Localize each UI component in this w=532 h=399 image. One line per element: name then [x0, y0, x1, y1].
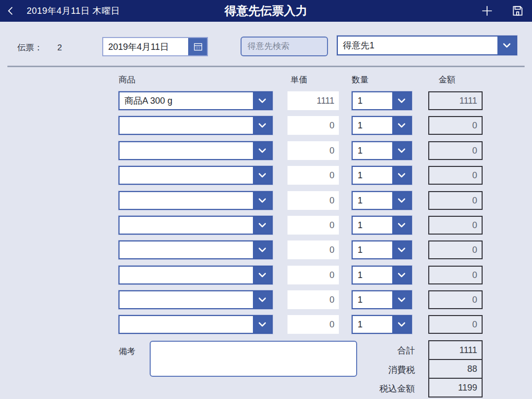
unit-price-input[interactable] [287, 315, 339, 334]
chevron-down-icon[interactable] [392, 142, 411, 159]
app-bar: 2019年4月11日 木曜日 得意先伝票入力 [0, 0, 532, 22]
product-dropdown[interactable] [119, 166, 273, 185]
product-dropdown[interactable] [119, 240, 273, 259]
quantity-dropdown[interactable]: 1 [352, 216, 412, 235]
chevron-down-icon[interactable] [253, 291, 272, 308]
product-dropdown-value [120, 167, 253, 184]
line-item-row: 1 0 [0, 290, 532, 309]
chevron-down-icon[interactable] [392, 316, 411, 333]
quantity-dropdown[interactable]: 1 [352, 141, 412, 160]
chevron-down-icon[interactable] [253, 241, 272, 258]
quantity-dropdown-value: 1 [353, 217, 392, 234]
line-item-row: 商品A 300 g 1 1111 [0, 91, 532, 110]
chevron-down-icon[interactable] [392, 291, 411, 308]
product-dropdown[interactable]: 商品A 300 g [119, 91, 273, 110]
quantity-dropdown[interactable]: 1 [352, 266, 412, 284]
column-header-product: 商品 [119, 74, 135, 85]
product-dropdown-value [120, 267, 253, 283]
product-dropdown-value: 商品A 300 g [120, 92, 253, 109]
header-date-label: 2019年4月11日 木曜日 [27, 5, 120, 17]
amount-field: 0 [428, 290, 483, 309]
product-dropdown-value [120, 142, 253, 159]
product-dropdown[interactable] [119, 141, 273, 160]
unit-price-input[interactable] [287, 91, 339, 110]
product-dropdown[interactable] [119, 315, 273, 334]
product-dropdown-value [120, 291, 253, 308]
chevron-down-icon[interactable] [253, 267, 272, 283]
chevron-down-icon[interactable] [497, 37, 516, 54]
slip-number-value: 2 [57, 43, 62, 52]
chevron-down-icon[interactable] [253, 117, 272, 134]
chevron-down-icon[interactable] [253, 316, 272, 333]
quantity-dropdown[interactable]: 1 [352, 116, 412, 135]
product-dropdown[interactable] [119, 116, 273, 135]
product-dropdown[interactable] [119, 290, 273, 309]
product-dropdown[interactable] [119, 216, 273, 235]
quantity-dropdown[interactable]: 1 [352, 166, 412, 185]
product-dropdown-value [120, 117, 253, 134]
chevron-down-icon[interactable] [392, 241, 411, 258]
quantity-dropdown-value: 1 [353, 267, 392, 283]
add-record-button[interactable] [479, 2, 495, 19]
line-item-row: 1 0 [0, 315, 532, 334]
save-button[interactable] [509, 2, 526, 19]
line-item-row: 1 0 [0, 240, 532, 259]
amount-field: 0 [428, 240, 483, 259]
line-item-row: 1 0 [0, 216, 532, 235]
chevron-left-icon [5, 5, 16, 16]
plus-icon [481, 4, 493, 17]
chevron-down-icon[interactable] [392, 192, 411, 209]
chevron-down-icon[interactable] [392, 167, 411, 184]
quantity-dropdown[interactable]: 1 [352, 240, 412, 259]
quantity-dropdown-value: 1 [353, 167, 392, 184]
chevron-down-icon[interactable] [253, 142, 272, 159]
unit-price-input[interactable] [287, 240, 339, 259]
remarks-label: 備考 [119, 346, 135, 357]
divider [7, 66, 525, 67]
floppy-disk-icon [511, 4, 524, 17]
quantity-dropdown-value: 1 [353, 316, 392, 333]
calendar-button[interactable] [188, 38, 207, 55]
quantity-dropdown[interactable]: 1 [352, 315, 412, 334]
unit-price-input[interactable] [287, 166, 339, 185]
back-button[interactable] [0, 0, 22, 22]
quantity-dropdown-value: 1 [353, 291, 392, 308]
chevron-down-icon[interactable] [253, 217, 272, 234]
date-picker [102, 37, 208, 56]
unit-price-input[interactable] [287, 141, 339, 160]
product-dropdown-value [120, 316, 253, 333]
unit-price-input[interactable] [287, 191, 339, 210]
line-item-row: 1 0 [0, 266, 532, 284]
slip-label: 伝票： [17, 43, 42, 52]
total-with-tax-label: 税込金額 [316, 383, 415, 395]
quantity-dropdown[interactable]: 1 [352, 191, 412, 210]
unit-price-input[interactable] [287, 266, 339, 284]
unit-price-input[interactable] [287, 290, 339, 309]
tax-value: 88 [428, 359, 483, 379]
quantity-dropdown[interactable]: 1 [352, 290, 412, 309]
chevron-down-icon[interactable] [392, 92, 411, 109]
amount-field: 0 [428, 191, 483, 210]
product-dropdown[interactable] [119, 191, 273, 210]
customer-search-input[interactable] [241, 37, 328, 56]
product-dropdown[interactable] [119, 266, 273, 284]
column-header-quantity: 数量 [352, 74, 368, 85]
unit-price-input[interactable] [287, 216, 339, 235]
date-input[interactable] [103, 38, 188, 55]
amount-field: 1111 [428, 91, 483, 110]
unit-price-input[interactable] [287, 116, 339, 135]
chevron-down-icon[interactable] [253, 167, 272, 184]
amount-field: 0 [428, 315, 483, 334]
chevron-down-icon[interactable] [392, 267, 411, 283]
customer-dropdown[interactable]: 得意先1 [337, 36, 517, 55]
chevron-down-icon[interactable] [253, 192, 272, 209]
amount-field: 0 [428, 116, 483, 135]
total-label: 合計 [316, 345, 415, 357]
chevron-down-icon[interactable] [253, 92, 272, 109]
line-item-row: 1 0 [0, 116, 532, 135]
quantity-dropdown[interactable]: 1 [352, 91, 412, 110]
chevron-down-icon[interactable] [392, 117, 411, 134]
quantity-dropdown-value: 1 [353, 142, 392, 159]
chevron-down-icon[interactable] [392, 217, 411, 234]
amount-field: 0 [428, 166, 483, 185]
